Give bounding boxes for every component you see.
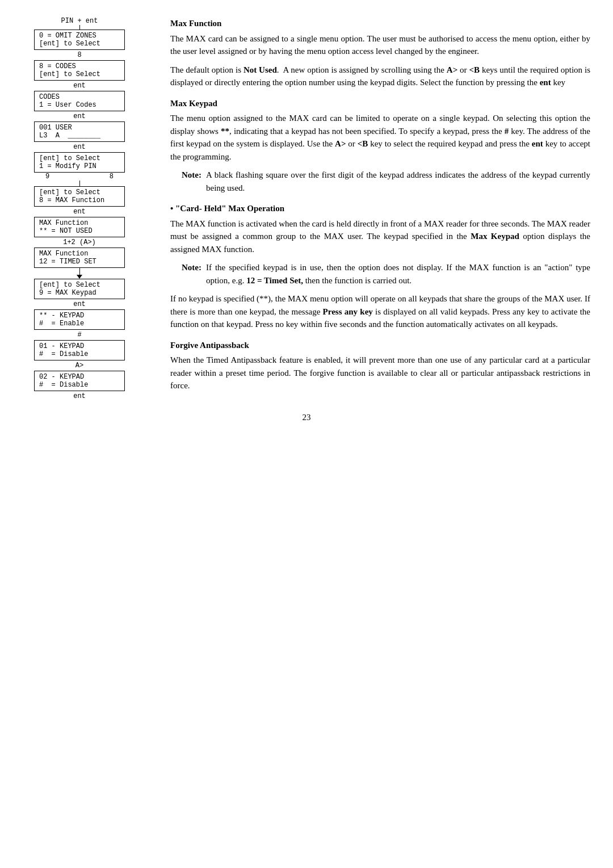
branch-line	[34, 181, 125, 186]
note-block-card-held: Note: If the specified keypad is in use,…	[182, 261, 590, 287]
diag-label-pin: PIN + ent	[61, 17, 98, 25]
text-column: Max Function The MAX card can be assigne…	[170, 17, 590, 398]
max-keypad-para1: The menu option assigned to the MAX card…	[170, 112, 590, 163]
note-block-keypad: Note: A black flashing square over the f…	[182, 169, 590, 194]
diag-box-keypad-01: 01 - KEYPAD# = Disable	[34, 340, 125, 360]
diag-box-timed-set: MAX Function12 = TIMED SET	[34, 248, 125, 268]
diag-box-not-used: MAX Function** = NOT USED	[34, 217, 125, 237]
max-function-para2: The default option is Not Used. A new op…	[170, 64, 590, 89]
page-container: PIN + ent 0 = OMIT ZONES[ent] to Select …	[23, 17, 590, 401]
card-held-title: • "Card- Held" Max Operation	[170, 202, 590, 215]
diag-label-ent5: ent	[73, 299, 86, 309]
diag-label-12a: 1+2 (A>)	[63, 237, 96, 248]
diag-box-keypad-enable: ** - KEYPAD# = Enable	[34, 309, 125, 330]
diagram-column: PIN + ent 0 = OMIT ZONES[ent] to Select …	[23, 17, 153, 401]
dashed-connector	[77, 268, 82, 279]
branch-num-8: 8	[110, 173, 114, 181]
diag-label-a: A>	[75, 360, 83, 371]
final-para1: If no keypad is specified (**), the MAX …	[170, 292, 590, 331]
max-function-para1: The MAX card can be assigned to a single…	[170, 32, 590, 58]
diag-label-8: 8	[77, 50, 81, 60]
diag-box-codes-select: 8 = CODES[ent] to Select	[34, 60, 125, 81]
diag-box-user: 001 USERL3 A ________	[34, 121, 125, 142]
branch-num-9: 9	[45, 173, 49, 181]
note-text-keypad: A black flashing square over the first d…	[206, 169, 590, 194]
forgive-para: When the Timed Antipassback feature is e…	[170, 354, 590, 392]
diag-box-max-keypad-select: [ent] to Select9 = MAX Keypad	[34, 279, 125, 299]
diag-label-ent1: ent	[73, 81, 86, 91]
diag-label-hash1: #	[77, 330, 81, 340]
arrow-down	[77, 275, 82, 279]
diag-label-ent6: ent	[73, 391, 86, 401]
diag-label-ent3: ent	[73, 142, 86, 152]
diag-box-keypad-02: 02 - KEYPAD# = Disable	[34, 371, 125, 391]
card-held-para1: The MAX function is activated when the c…	[170, 217, 590, 256]
forgive-title: Forgive Antipassback	[170, 339, 590, 352]
flow-diagram: PIN + ent 0 = OMIT ZONES[ent] to Select …	[23, 17, 136, 401]
diag-label-ent2: ent	[73, 111, 86, 121]
page-number: 23	[23, 413, 590, 422]
diag-box-max-func-select: [ent] to Select8 = MAX Function	[34, 186, 125, 207]
max-keypad-title: Max Keypad	[170, 97, 590, 110]
max-function-title: Max Function	[170, 17, 590, 30]
diag-label-ent4: ent	[73, 207, 86, 217]
diag-box-omit: 0 = OMIT ZONES[ent] to Select	[34, 30, 125, 50]
diag-box-modify-pin: [ent] to Select1 = Modify PIN	[34, 152, 125, 173]
note-label-keypad: Note:	[182, 169, 201, 194]
branch-numbers: 9 8	[34, 173, 125, 181]
diag-start: PIN + ent	[61, 17, 98, 30]
diag-box-codes: CODES1 = User Codes	[34, 91, 125, 111]
note-text-card-held: If the specified keypad is in use, then …	[206, 261, 590, 287]
note-label-card-held: Note:	[182, 261, 201, 287]
